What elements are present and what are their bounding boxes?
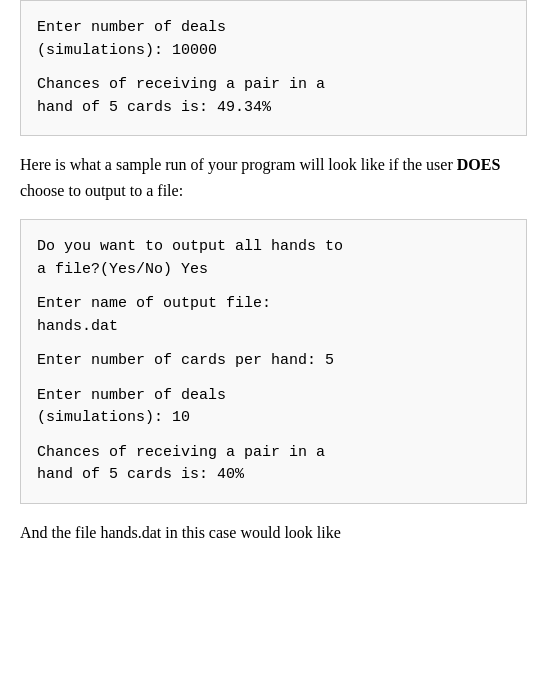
second-code-para1-line2: a file?(Yes/No) Yes <box>37 261 208 278</box>
prose-paragraph: Here is what a sample run of your progra… <box>20 152 527 203</box>
second-code-para2-line1: Enter name of output file: <box>37 295 271 312</box>
second-code-para2: Enter name of output file: hands.dat <box>37 293 510 338</box>
prose-text-after-bold: choose to output to a file: <box>20 182 183 199</box>
second-code-para5: Chances of receiving a pair in a hand of… <box>37 442 510 487</box>
second-code-para4-line1: Enter number of deals <box>37 387 226 404</box>
top-code-line1: Enter number of deals <box>37 19 226 36</box>
second-code-para4: Enter number of deals (simulations): 10 <box>37 385 510 430</box>
prose-text-before-bold: Here is what a sample run of your progra… <box>20 156 457 173</box>
top-code-line2: (simulations): 10000 <box>37 42 217 59</box>
second-code-para2-line2: hands.dat <box>37 318 118 335</box>
second-code-block: Do you want to output all hands to a fil… <box>20 219 527 504</box>
top-code-para2: Chances of receiving a pair in a hand of… <box>37 74 510 119</box>
bottom-prose-text: And the file hands.dat in this case woul… <box>20 524 341 541</box>
bottom-prose-paragraph: And the file hands.dat in this case woul… <box>20 520 527 546</box>
top-code-line4: Chances of receiving a pair in a <box>37 76 325 93</box>
second-code-para1: Do you want to output all hands to a fil… <box>37 236 510 281</box>
top-code-para1: Enter number of deals (simulations): 100… <box>37 17 510 62</box>
second-code-para3: Enter number of cards per hand: 5 <box>37 350 510 373</box>
top-code-line5: hand of 5 cards is: 49.34% <box>37 99 271 116</box>
second-code-para5-line1: Chances of receiving a pair in a <box>37 444 325 461</box>
page-container: Enter number of deals (simulations): 100… <box>0 0 547 545</box>
second-code-para5-line2: hand of 5 cards is: 40% <box>37 466 244 483</box>
second-code-para1-line1: Do you want to output all hands to <box>37 238 343 255</box>
second-code-para3-line1: Enter number of cards per hand: 5 <box>37 352 334 369</box>
top-code-block: Enter number of deals (simulations): 100… <box>20 0 527 136</box>
prose-bold-does: DOES <box>457 156 501 173</box>
second-code-para4-line2: (simulations): 10 <box>37 409 190 426</box>
